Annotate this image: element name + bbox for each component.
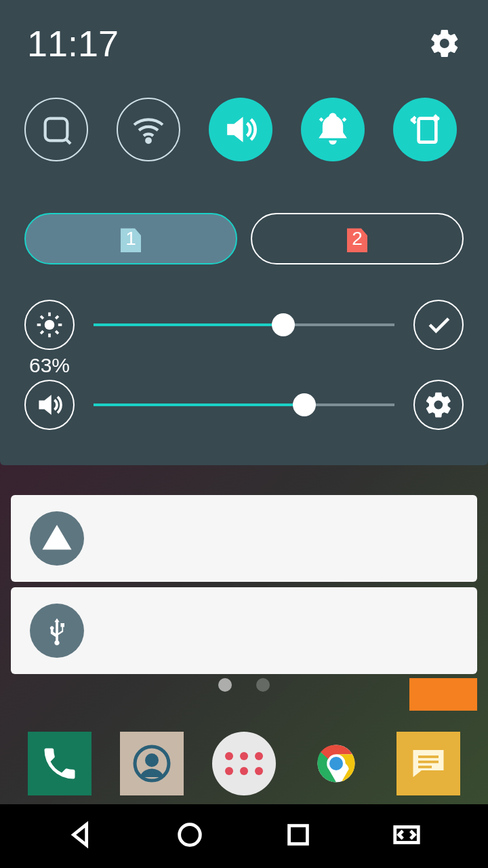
status-bar: 11:17 <box>0 0 488 87</box>
check-icon <box>424 310 453 340</box>
toggle-wifi[interactable] <box>117 98 180 161</box>
svg-point-21 <box>180 825 201 846</box>
sim-2-button[interactable]: 2 <box>251 213 464 264</box>
nav-switch-button[interactable] <box>391 819 422 853</box>
brightness-row: 63% <box>0 285 488 365</box>
nav-back-button[interactable] <box>66 819 97 853</box>
message-icon <box>408 743 449 784</box>
sim-1-label: 1 <box>125 228 136 250</box>
brightness-slider-fill <box>94 323 283 326</box>
wifi-icon <box>129 111 167 149</box>
svg-line-10 <box>56 331 58 334</box>
app-drawer-button[interactable] <box>212 732 276 795</box>
toggle-notifications[interactable] <box>301 98 365 161</box>
usb-icon <box>30 604 84 658</box>
brightness-icon-button[interactable] <box>24 300 75 350</box>
svg-line-12 <box>56 316 58 319</box>
back-icon <box>66 819 97 850</box>
app-contacts[interactable] <box>120 732 184 795</box>
switch-icon <box>391 819 422 850</box>
brightness-icon <box>35 310 64 340</box>
svg-marker-20 <box>74 825 87 846</box>
contacts-icon <box>131 743 172 784</box>
sim-1-button[interactable]: 1 <box>24 213 237 264</box>
svg-point-16 <box>329 757 343 770</box>
sim-selector-row: 1 2 <box>0 180 488 285</box>
settings-button[interactable] <box>428 27 461 60</box>
page-dot <box>256 678 270 692</box>
sim-2-label: 2 <box>352 228 363 250</box>
bell-icon <box>314 111 352 149</box>
svg-point-14 <box>147 755 157 766</box>
volume-slider-thumb[interactable] <box>293 393 316 416</box>
sim-card-icon: 2 <box>347 225 367 252</box>
home-icon <box>174 819 205 850</box>
auto-brightness-toggle[interactable] <box>413 300 464 350</box>
notification-card[interactable] <box>11 587 477 674</box>
quick-settings-panel: 11:17 1 2 6 <box>0 0 488 465</box>
brightness-slider[interactable] <box>94 323 394 326</box>
dock <box>0 723 488 804</box>
volume-icon-button[interactable] <box>24 380 75 430</box>
gear-icon <box>424 390 453 420</box>
chrome-icon <box>316 743 357 784</box>
page-dot-active <box>218 678 232 692</box>
brightness-slider-thumb[interactable] <box>272 313 295 336</box>
rotation-icon <box>406 111 444 149</box>
home-widget[interactable] <box>409 678 477 711</box>
app-phone[interactable] <box>28 732 92 795</box>
app-chrome[interactable] <box>304 732 368 795</box>
notification-card[interactable] <box>11 495 477 582</box>
app-messaging[interactable] <box>396 732 460 795</box>
brightness-percent-label: 63% <box>24 354 75 377</box>
svg-rect-22 <box>289 826 308 844</box>
volume-slider[interactable] <box>94 403 394 406</box>
svg-point-4 <box>45 320 55 330</box>
sim-card-icon: 1 <box>121 225 141 252</box>
speaker-icon <box>35 390 64 420</box>
svg-line-9 <box>41 316 43 319</box>
volume-settings-button[interactable] <box>413 380 464 430</box>
toggle-screenshot[interactable] <box>24 98 88 161</box>
grid-icon <box>225 752 263 775</box>
volume-slider-fill <box>94 403 304 406</box>
svg-line-1 <box>66 139 70 144</box>
svg-rect-0 <box>45 119 68 141</box>
speaker-icon <box>222 111 260 149</box>
screenshot-icon <box>37 111 75 149</box>
nav-recent-button[interactable] <box>283 819 314 853</box>
toggle-rotation[interactable] <box>393 98 457 161</box>
svg-rect-3 <box>419 119 436 142</box>
recent-icon <box>283 819 314 850</box>
svg-point-2 <box>146 139 150 143</box>
phone-icon <box>39 743 80 784</box>
svg-line-11 <box>41 331 43 334</box>
gear-icon <box>428 27 461 60</box>
navigation-bar <box>0 804 488 868</box>
warning-icon <box>30 511 84 566</box>
quick-toggle-row <box>0 87 488 180</box>
nav-home-button[interactable] <box>174 819 205 853</box>
toggle-sound[interactable] <box>209 98 272 161</box>
status-clock: 11:17 <box>27 22 119 64</box>
